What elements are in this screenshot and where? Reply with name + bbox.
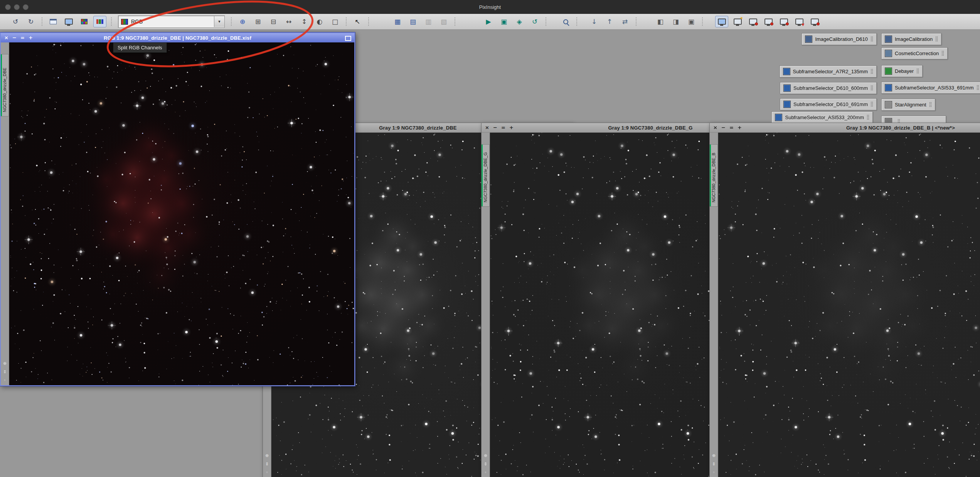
strip-crosshair-icon[interactable]: ⊕ xyxy=(484,453,487,458)
track-view-icon[interactable]: ⊕ xyxy=(236,16,249,27)
process-icon-subframeselector-asi533-691mm[interactable]: SubframeSelector_ASI533_691mm xyxy=(881,82,980,94)
window-list-icon[interactable]: ▣ xyxy=(685,16,697,27)
gray-b-window-titlebar[interactable]: × − = + Gray 1:9 NGC7380_drizzle_DBE_B |… xyxy=(710,123,980,133)
strip-crosshair-icon[interactable]: ⊕ xyxy=(3,361,7,366)
strip-crosshair-icon[interactable]: ⊕ xyxy=(265,453,269,458)
strip-scroll-icon[interactable]: ⇕ xyxy=(265,462,269,467)
zoom-window-icon[interactable] xyxy=(23,4,29,10)
tile-vertical-icon[interactable]: ▥ xyxy=(422,16,434,27)
rgb-window-titlebar[interactable]: × − = + RGB 1:9 NGC7380_drizzle_DBE | NG… xyxy=(1,33,354,42)
strip-buttons: ⊕ ⇕ ◦ xyxy=(1,361,9,383)
stf-autostretch-icon[interactable]: * xyxy=(731,16,744,27)
strip-mode-icon[interactable]: ◦ xyxy=(484,470,487,475)
drag-grip-icon[interactable] xyxy=(871,69,873,74)
redo-icon[interactable]: ↻ xyxy=(25,16,37,27)
minimize-window-icon[interactable] xyxy=(14,4,20,10)
process-icon-imagecalibration-d610[interactable]: ImageCalibration_D610 xyxy=(802,33,877,45)
new-process-icon[interactable]: ▶ xyxy=(482,16,495,27)
browse-processes-icon[interactable]: ◈ xyxy=(513,16,525,27)
window-minimize-button[interactable]: = xyxy=(20,33,25,42)
main-view-tab[interactable]: NGC7380_drizzle_DBE_B xyxy=(710,144,718,207)
image-window-rgb[interactable]: × − = + RGB 1:9 NGC7380_drizzle_DBE | NG… xyxy=(0,32,355,386)
drag-grip-icon[interactable] xyxy=(871,85,873,91)
channel-selector-dropdown-button[interactable]: ▼ xyxy=(214,16,224,27)
stf-track-icon[interactable]: ▼ xyxy=(793,16,805,27)
window-maximize-button[interactable]: + xyxy=(737,123,742,132)
stf-settings-icon[interactable] xyxy=(808,16,821,27)
tile-horizontal-icon[interactable]: ▤ xyxy=(407,16,419,27)
fit-view-icon[interactable]: ⊞ xyxy=(252,16,264,27)
extract-channels-icon[interactable] xyxy=(78,16,90,27)
new-image-window-icon[interactable] xyxy=(47,16,59,27)
window-maximize-button[interactable]: + xyxy=(28,33,33,42)
toolbar-separator xyxy=(41,17,43,26)
process-icon-staralignment[interactable]: StarAlignment xyxy=(881,99,935,111)
image-canvas-gray-b[interactable] xyxy=(718,133,980,477)
process-icon-debayer[interactable]: Debayer xyxy=(881,65,923,77)
next-window-icon[interactable]: ◨ xyxy=(670,16,682,27)
strip-scroll-icon[interactable]: ⇕ xyxy=(3,369,7,374)
main-view-tab[interactable]: NGC7380_drizzle_DBE_G xyxy=(482,144,490,207)
window-shade-button[interactable]: − xyxy=(493,123,498,132)
image-display-icon[interactable] xyxy=(62,16,75,27)
next-view-icon[interactable]: ↑ xyxy=(603,16,616,27)
window-shade-button[interactable]: − xyxy=(12,33,17,42)
window-restore-icon[interactable] xyxy=(345,36,351,41)
drag-grip-icon[interactable] xyxy=(977,85,979,91)
drag-grip-icon[interactable] xyxy=(929,102,932,108)
main-view-tab[interactable]: NGC7380_drizzle_DBE xyxy=(1,54,9,116)
drag-grip-icon[interactable] xyxy=(941,51,944,56)
process-icon-subframeselector-d610-691mm[interactable]: SubframeSelector_D610_691mm xyxy=(780,98,877,110)
strip-mode-icon[interactable]: ◦ xyxy=(266,470,268,475)
edit-process-icon[interactable]: ▣ xyxy=(498,16,510,27)
pan-vertical-icon[interactable]: ↕ xyxy=(298,16,310,27)
stf-edit-icon[interactable] xyxy=(747,16,759,27)
channel-selector-combo[interactable]: RGB▼ xyxy=(118,15,225,28)
window-minimize-button[interactable]: = xyxy=(501,123,506,132)
undo-icon[interactable]: ↺ xyxy=(9,16,22,27)
strip-scroll-icon[interactable]: ⇕ xyxy=(484,462,487,467)
pointer-tool-icon[interactable]: ↖ xyxy=(351,16,364,27)
show-frame-icon[interactable]: □ xyxy=(329,16,341,27)
display-modes-icon[interactable] xyxy=(715,16,728,27)
process-icon-cosmeticcorrection[interactable]: CosmeticCorrection xyxy=(881,47,948,59)
strip-crosshair-icon[interactable]: ⊕ xyxy=(712,453,716,458)
cosmeticcorrection-icon xyxy=(885,50,892,57)
zoom-to-optimal-icon[interactable]: ⊟ xyxy=(267,16,280,27)
window-maximize-button[interactable]: + xyxy=(509,123,514,132)
find-view-icon[interactable] xyxy=(559,16,572,27)
strip-mode-icon[interactable]: ◦ xyxy=(3,378,6,383)
window-close-button[interactable]: × xyxy=(485,123,490,132)
image-window-gray-b[interactable]: × − = + Gray 1:9 NGC7380_drizzle_DBE_B |… xyxy=(709,123,980,477)
process-icon-subframeselector-d610-600mm[interactable]: SubframeSelector_D610_600mm xyxy=(780,82,877,94)
cascade-windows-icon[interactable]: ▧ xyxy=(438,16,450,27)
stf-reset-icon[interactable] xyxy=(778,16,790,27)
process-icon-imagecalibration[interactable]: ImageCalibration xyxy=(881,33,941,45)
stf-disable-icon[interactable] xyxy=(762,16,775,27)
toolbar-separator xyxy=(545,17,547,26)
strip-scroll-icon[interactable]: ⇕ xyxy=(712,462,716,467)
window-close-button[interactable]: × xyxy=(4,33,9,42)
strip-mode-icon[interactable]: ◦ xyxy=(712,470,715,475)
window-minimize-button[interactable]: = xyxy=(729,123,734,132)
drag-grip-icon[interactable] xyxy=(871,101,873,107)
invert-display-icon[interactable]: ◐ xyxy=(313,16,326,27)
swap-views-icon[interactable]: ⇄ xyxy=(619,16,631,27)
previous-window-icon[interactable]: ◧ xyxy=(654,16,667,27)
previous-view-icon[interactable]: ↓ xyxy=(588,16,600,27)
drag-grip-icon[interactable] xyxy=(916,68,919,74)
tile-windows-icon[interactable]: ▦ xyxy=(391,16,404,27)
process-icon-subframeselector-asi533-200mm[interactable]: SubframeSelector_ASI533_200mm xyxy=(771,111,873,123)
drag-grip-icon[interactable] xyxy=(871,36,873,42)
subframeselector-icon xyxy=(783,68,790,75)
drag-grip-icon[interactable] xyxy=(935,36,938,42)
image-canvas-rgb[interactable] xyxy=(9,42,354,385)
drag-grip-icon[interactable] xyxy=(867,115,869,120)
process-history-icon[interactable]: ↺ xyxy=(529,16,541,27)
window-close-button[interactable]: × xyxy=(713,123,718,132)
split-rgb-channels-icon[interactable] xyxy=(93,16,106,27)
window-shade-button[interactable]: − xyxy=(721,123,726,132)
close-window-icon[interactable] xyxy=(5,4,11,10)
process-icon-subframeselector-a7r2-135mm[interactable]: SubframeSelector_A7R2_135mm xyxy=(780,66,877,78)
pan-horizontal-icon[interactable]: ↔ xyxy=(283,16,295,27)
